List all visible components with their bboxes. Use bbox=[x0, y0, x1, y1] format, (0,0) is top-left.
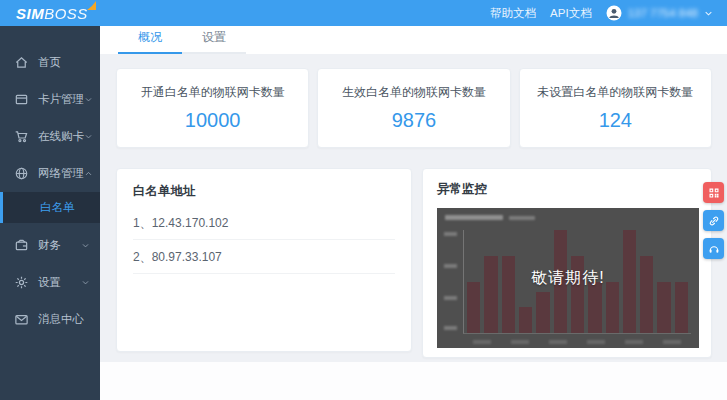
whitelist-address-row: 2、80.97.33.107 bbox=[133, 240, 395, 274]
stat-card-effective: 生效白名单的物联网卡数量 9876 bbox=[317, 68, 510, 148]
sidebar-item-buy-cards[interactable]: 在线购卡 bbox=[0, 118, 100, 155]
home-icon bbox=[14, 55, 29, 70]
monitor-panel-title: 异常监控 bbox=[437, 181, 697, 198]
qr-code-button[interactable] bbox=[703, 182, 724, 203]
stats-row: 开通白名单的物联网卡数量 10000 生效白名单的物联网卡数量 9876 未设置… bbox=[116, 68, 712, 148]
sidebar-item-label: 卡片管理 bbox=[38, 92, 84, 107]
user-menu[interactable]: 137 7754 848 bbox=[606, 5, 713, 21]
content: 开通白名单的物联网卡数量 10000 生效白名单的物联网卡数量 9876 未设置… bbox=[100, 54, 727, 400]
chevron-down-icon bbox=[84, 132, 93, 141]
topbar: SIMBOSS 帮助文档 API文档 137 7754 848 bbox=[0, 0, 727, 26]
whitelist-panel-title: 白名单地址 bbox=[133, 183, 395, 200]
network-icon bbox=[14, 166, 29, 181]
cart-icon bbox=[14, 129, 29, 144]
tab-settings[interactable]: 设置 bbox=[182, 24, 246, 54]
page: SIMBOSS 帮助文档 API文档 137 7754 848 首页 bbox=[0, 0, 727, 400]
headset-icon bbox=[708, 243, 720, 255]
sidebar-item-whitelist[interactable]: 白名单 bbox=[0, 192, 100, 223]
stat-value: 10000 bbox=[185, 109, 241, 132]
chevron-down-icon bbox=[704, 9, 713, 18]
sidebar-item-label: 网络管理 bbox=[38, 166, 84, 181]
floating-buttons bbox=[703, 182, 724, 259]
sidebar-item-network-management[interactable]: 网络管理 bbox=[0, 155, 100, 192]
sidebar-item-label: 在线购卡 bbox=[38, 129, 84, 144]
main-area: 概况 设置 开通白名单的物联网卡数量 10000 生效白名单的物联网卡数量 98… bbox=[100, 26, 727, 400]
api-docs-link[interactable]: API文档 bbox=[550, 6, 592, 21]
stat-label: 未设置白名单的物联网卡数量 bbox=[537, 84, 693, 101]
coming-soon-overlay: 敬请期待! bbox=[437, 208, 699, 348]
stat-card-unset: 未设置白名单的物联网卡数量 124 bbox=[519, 68, 712, 148]
logo-sim: SIM bbox=[16, 5, 44, 22]
chevron-down-icon bbox=[81, 278, 90, 287]
sidebar-item-label: 设置 bbox=[38, 275, 81, 290]
tab-overview[interactable]: 概况 bbox=[118, 24, 182, 54]
avatar-icon bbox=[606, 5, 622, 21]
contact-link-button[interactable] bbox=[703, 210, 724, 231]
stat-value: 124 bbox=[599, 109, 632, 132]
sidebar-item-label: 消息中心 bbox=[38, 312, 90, 327]
footer-strip bbox=[100, 362, 727, 400]
stat-value: 9876 bbox=[392, 109, 437, 132]
sidebar-item-card-management[interactable]: 卡片管理 bbox=[0, 81, 100, 118]
customer-service-button[interactable] bbox=[703, 238, 724, 259]
sidebar-item-label: 首页 bbox=[38, 55, 90, 70]
stat-label: 生效白名单的物联网卡数量 bbox=[342, 84, 486, 101]
logo[interactable]: SIMBOSS bbox=[16, 5, 88, 22]
sidebar-item-label: 财务 bbox=[38, 238, 81, 253]
sidebar: 首页 卡片管理 在线购卡 网络管理 白名单 财务 设置 bbox=[0, 26, 100, 400]
link-icon bbox=[708, 215, 720, 227]
chevron-down-icon bbox=[84, 95, 93, 104]
message-icon bbox=[14, 312, 29, 327]
chevron-up-icon bbox=[84, 169, 93, 178]
sidebar-item-finance[interactable]: 财务 bbox=[0, 227, 100, 264]
gear-icon bbox=[14, 275, 29, 290]
logo-boss: BOSS bbox=[44, 5, 88, 22]
sidebar-subitem-label: 白名单 bbox=[40, 200, 75, 215]
logo-swoosh-icon bbox=[87, 1, 97, 10]
stat-card-activated: 开通白名单的物联网卡数量 10000 bbox=[116, 68, 309, 148]
user-phone: 137 7754 848 bbox=[628, 7, 698, 19]
chevron-down-icon bbox=[81, 241, 90, 250]
card-icon bbox=[14, 92, 29, 107]
sidebar-item-home[interactable]: 首页 bbox=[0, 44, 100, 81]
tab-bar: 概况 设置 bbox=[100, 26, 727, 54]
help-docs-link[interactable]: 帮助文档 bbox=[490, 6, 536, 21]
stat-label: 开通白名单的物联网卡数量 bbox=[141, 84, 285, 101]
wallet-icon bbox=[14, 238, 29, 253]
whitelist-panel: 白名单地址 1、12.43.170.102 2、80.97.33.107 bbox=[116, 168, 412, 352]
whitelist-address-row: 1、12.43.170.102 bbox=[133, 206, 395, 240]
monitor-chart: 敬请期待! bbox=[437, 208, 699, 348]
monitor-panel: 异常监控 敬请期待! bbox=[422, 168, 712, 358]
sidebar-item-settings[interactable]: 设置 bbox=[0, 264, 100, 301]
sidebar-item-message-center[interactable]: 消息中心 bbox=[0, 301, 100, 338]
qr-code-icon bbox=[708, 187, 720, 199]
